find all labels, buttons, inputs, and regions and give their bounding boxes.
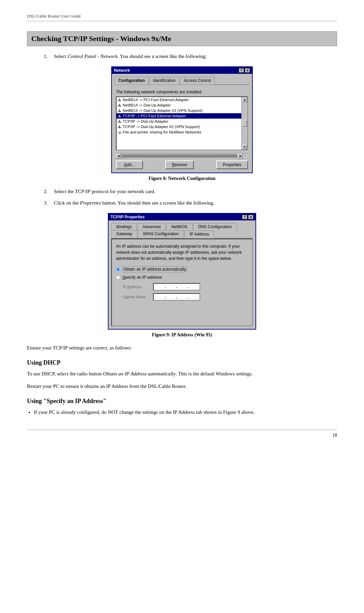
- dhcp-para1-before: To use DHCP, select the radio button: [27, 371, 103, 376]
- list-item: 🖧 NetBEUI -> PCI Fast Ethernet Adapter: [117, 97, 241, 102]
- radio-specify[interactable]: [116, 275, 120, 280]
- step-1-italic: Control Panel - Network.: [67, 54, 119, 59]
- tcpip-close-button[interactable]: ✕: [248, 215, 253, 219]
- step-1-num: 1.: [44, 52, 51, 60]
- net-icon-3: 🖧: [118, 109, 121, 113]
- figure-9-container: TCP/IP Properties ? ✕ Bindings Advanced …: [27, 213, 337, 338]
- step-1: 1. Select Control Panel - Network. You s…: [44, 52, 337, 60]
- step-2-after: protocol for your network card.: [90, 189, 155, 194]
- using-dhcp-title: Using DHCP: [27, 359, 337, 366]
- header-label: DSL/Cable Router User Guide: [27, 13, 81, 19]
- scroll-down-arrow[interactable]: ▼: [242, 145, 247, 149]
- network-list-outer: 🖧 NetBEUI -> PCI Fast Ethernet Adapter 🖧…: [116, 96, 248, 150]
- network-dialog: Network ? ✕ Configuration Identification…: [111, 66, 253, 173]
- tab-identification[interactable]: Identification: [149, 77, 179, 85]
- step-3-text: Click on the Properties button. You shou…: [54, 199, 214, 207]
- scroll-up-arrow[interactable]: ▲: [242, 97, 247, 102]
- step-2-num: 2.: [44, 187, 51, 195]
- step-2: 2. Select the TCP/IP protocol for your n…: [44, 187, 337, 195]
- tcpip-content-area: Bindings Advanced NetBIOS DNS Configurat…: [109, 220, 255, 329]
- tab-wins-configuration[interactable]: WINS Configuration: [138, 230, 184, 238]
- vertical-scrollbar[interactable]: ▲ ▼: [241, 97, 247, 150]
- list-item: 🖨 File and printer sharing for NetWare N…: [117, 129, 241, 135]
- tcpip-description: An IP address can be automatically assig…: [116, 243, 248, 262]
- list-item: 🖧 NetBEUI -> Dial-Up Adapter: [117, 102, 241, 108]
- ip-seg-2[interactable]: [166, 284, 176, 289]
- hscroll-track: [121, 154, 237, 158]
- ip-seg-4[interactable]: [189, 284, 198, 289]
- step-3-italic: Properties: [80, 200, 101, 206]
- tab-bindings[interactable]: Bindings: [111, 223, 137, 230]
- tab-advanced[interactable]: Advanced: [138, 223, 165, 230]
- list-item-label: TCP/IP -> PCI Fast Ethernet Adapter: [123, 114, 186, 118]
- tab-access-control[interactable]: Access Control: [180, 77, 215, 85]
- network-installed-label: The following network components are ins…: [116, 90, 248, 94]
- radio-obtain-automatically[interactable]: [116, 267, 120, 272]
- tcpip-dialog: TCP/IP Properties ? ✕ Bindings Advanced …: [108, 213, 256, 330]
- tab-netbios[interactable]: NetBIOS: [166, 223, 192, 230]
- step-1-text: Select Control Panel - Network. You shou…: [54, 52, 207, 60]
- tcpip-help-button[interactable]: ?: [242, 215, 247, 219]
- tcpip-dialog-title: TCP/IP Properties: [111, 215, 145, 219]
- network-titlebar: Network ? ✕: [112, 67, 252, 74]
- ip-address-row: IP Address: . . .: [123, 283, 248, 290]
- figure-8-container: Network ? ✕ Configuration Identification…: [27, 66, 337, 181]
- specify-bullet-1: If your PC is already configured, do NOT…: [34, 408, 337, 416]
- using-specify-title: Using "Specify an IP Address": [27, 398, 337, 405]
- tab-dns-configuration[interactable]: DNS Configuration: [193, 223, 237, 230]
- subnet-mask-label: Subnet Mask:: [123, 295, 153, 299]
- horizontal-scrollbar[interactable]: ◀ ▶: [116, 153, 248, 158]
- list-item-label: NetBEUI -> Dial-Up Adapter: [123, 103, 171, 107]
- list-item-label: File and printer sharing for NetWare Net…: [123, 130, 202, 134]
- net-icon-6: 🖧: [118, 125, 121, 129]
- ip-seg-1[interactable]: [155, 284, 164, 289]
- section-title: Checking TCP/IP Settings - Windows 9x/Me: [27, 31, 337, 46]
- list-item-label: TCP/IP -> Dial-Up Adapter #2 (VPN Suppor…: [123, 125, 200, 129]
- subnet-mask-input[interactable]: . . .: [153, 293, 200, 301]
- obtain-dotted-box: Obtain an IP address automatically: [122, 266, 187, 272]
- list-item-selected[interactable]: 🖧 TCP/IP -> PCI Fast Ethernet Adapter: [117, 113, 241, 119]
- figure-9-caption: Figure 9: IP Address (Win 95): [27, 332, 337, 338]
- tcpip-tabs-area: Bindings Advanced NetBIOS DNS Configurat…: [111, 223, 253, 239]
- page-footer: 18: [27, 430, 337, 438]
- step-2-text: Select the TCP/IP protocol for your netw…: [54, 187, 155, 195]
- titlebar-buttons: ? ✕: [239, 68, 250, 73]
- subnet-seg-2[interactable]: [166, 295, 176, 299]
- tab-ip-address[interactable]: IP Address: [184, 231, 214, 238]
- radio-obtain-automatically-row: Obtain an IP address automatically: [116, 266, 248, 272]
- radio-obtain-label: Obtain an IP address automatically: [122, 266, 187, 272]
- scroll-thumb[interactable]: [242, 120, 247, 127]
- scroll-left-arrow[interactable]: ◀: [116, 154, 121, 158]
- tcpip-tabs-row1: Bindings Advanced NetBIOS DNS Configurat…: [111, 223, 253, 230]
- scroll-right-arrow[interactable]: ▶: [238, 154, 243, 158]
- ip-address-input[interactable]: . . .: [153, 283, 200, 290]
- tab-configuration[interactable]: Configuration: [115, 77, 149, 85]
- net-icon-5: 🖧: [118, 120, 121, 123]
- tab-gateway[interactable]: Gateway: [111, 230, 137, 238]
- step-2-italic: TCP/IP: [75, 189, 90, 194]
- step-1-after: You should see a screen like the followi…: [120, 54, 207, 59]
- page: DSL/Cable Router User Guide Checking TCP…: [0, 0, 364, 613]
- ip-address-label: IP Address:: [123, 285, 153, 289]
- network-tab-content: The following network components are ins…: [115, 88, 249, 170]
- dhcp-para1-after: . This is the default Windows settings.: [176, 371, 253, 376]
- network-content: Configuration Identification Access Cont…: [112, 74, 252, 173]
- subnet-seg-4[interactable]: [189, 295, 198, 299]
- subnet-seg-1[interactable]: [155, 295, 164, 299]
- ip-seg-3[interactable]: [178, 284, 187, 289]
- add-button[interactable]: Add...: [116, 160, 143, 169]
- list-item: 🖧 TCP/IP -> Dial-Up Adapter #2 (VPN Supp…: [117, 124, 241, 129]
- network-dialog-title: Network: [114, 68, 130, 73]
- list-item: 🖧 NetBEUI -> Dial-Up Adapter #2 (VPN Sup…: [117, 108, 241, 113]
- help-button[interactable]: ?: [239, 68, 244, 73]
- step-3-after: button. You should then see a screen lik…: [101, 200, 214, 206]
- remove-button[interactable]: Remove: [165, 160, 194, 169]
- dhcp-para1: To use DHCP, select the radio button Obt…: [27, 370, 337, 378]
- subnet-seg-3[interactable]: [178, 295, 187, 299]
- properties-button[interactable]: Properties: [216, 160, 248, 169]
- close-button[interactable]: ✕: [245, 68, 250, 73]
- dhcp-para2: Restart your PC to ensure it obtains an …: [27, 382, 337, 391]
- network-items: 🖧 NetBEUI -> PCI Fast Ethernet Adapter 🖧…: [117, 97, 241, 150]
- list-item-label: TCP/IP -> Dial-Up Adapter: [123, 119, 168, 123]
- list-item-label: NetBEUI -> PCI Fast Ethernet Adapter: [123, 98, 189, 102]
